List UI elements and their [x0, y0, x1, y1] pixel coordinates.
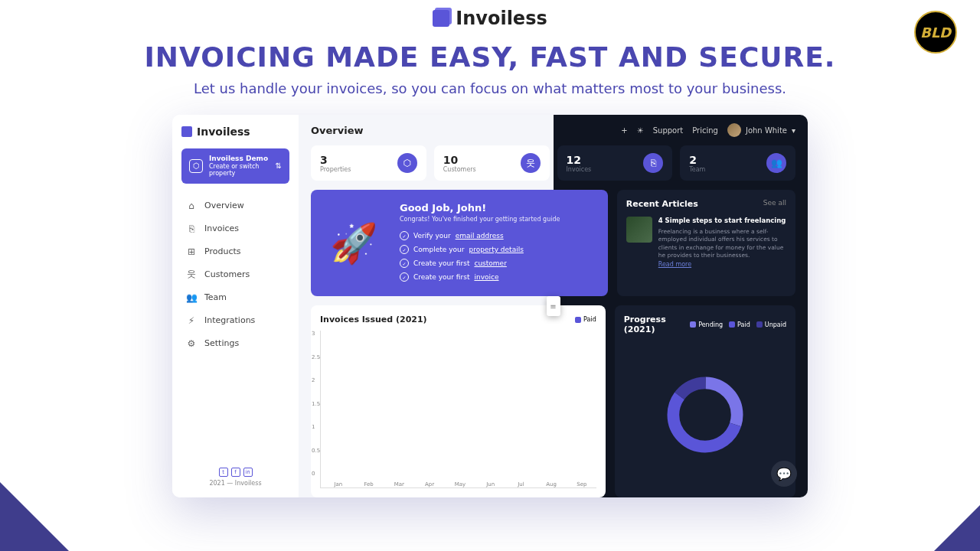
stat-card-invoices[interactable]: 12Invoices⎘	[557, 145, 673, 181]
stat-icon: 👥	[766, 153, 786, 173]
stat-card-team[interactable]: 2Team👥	[680, 145, 795, 181]
hero: Invoiless INVOICING MADE EASY, FAST AND …	[0, 0, 980, 96]
legend-swatch	[575, 317, 581, 323]
bar-col: Mar	[385, 480, 414, 487]
sidebar-item-settings[interactable]: ⚙Settings	[181, 332, 289, 355]
user-menu[interactable]: John White ▾	[727, 123, 795, 137]
welcome-title: Good Job, John!	[400, 202, 560, 214]
sidebar-item-products[interactable]: ⊞Products	[181, 240, 289, 263]
legend-label: Unpaid	[765, 321, 786, 328]
hero-subtitle: Let us handle your invoices, so you can …	[0, 80, 980, 96]
chevron-updown-icon: ⇅	[276, 161, 282, 170]
checklist-item[interactable]: Complete your property details	[400, 243, 560, 256]
sidebar-item-integrations[interactable]: ⚡Integrations	[181, 309, 289, 332]
stat-icon: ⎘	[643, 153, 663, 173]
bar-label: Jun	[486, 481, 495, 487]
chart-title: Progress (2021)	[624, 315, 690, 334]
stat-label: Properties	[320, 166, 351, 173]
article-thumbnail	[626, 217, 652, 243]
stat-icon: ⬡	[397, 153, 417, 173]
pricing-link[interactable]: Pricing	[692, 126, 718, 135]
bar-col: Sep	[567, 480, 596, 487]
integrations-icon: ⚡	[186, 315, 197, 326]
sidebar-logo: Invoiless	[181, 126, 289, 138]
bar-label: Aug	[546, 481, 557, 487]
checklist-item[interactable]: Create your first invoice	[400, 270, 560, 284]
linkedin-icon[interactable]: in	[243, 468, 253, 477]
read-more-link[interactable]: Read more	[658, 261, 691, 268]
users-icon: 웃	[186, 269, 197, 280]
stats-row: 3Properties⬡10Customers웃12Invoices⎘2Team…	[299, 145, 808, 190]
logo-text: Invoiless	[197, 126, 250, 138]
main-content: ≡ 💬 Overview + ☀ Support Pricing John Wh…	[299, 115, 808, 497]
bar-label: Jan	[334, 481, 342, 487]
topbar: Overview + ☀ Support Pricing John White …	[299, 115, 808, 145]
bar-label: Mar	[394, 481, 404, 487]
theme-split-handle[interactable]: ≡	[547, 296, 560, 316]
sidebar-item-label: Products	[204, 246, 241, 256]
donut-legend: PendingPaidUnpaid	[690, 321, 786, 328]
bar-col: Feb	[354, 480, 384, 487]
bar-col: Jul	[507, 480, 536, 487]
gear-icon: ⚙	[186, 338, 197, 349]
article-body: Freelancing is a business where a self-e…	[658, 228, 786, 260]
stat-value: 2	[689, 154, 705, 166]
sidebar-item-overview[interactable]: ⌂Overview	[181, 194, 289, 217]
sidebar-item-label: Customers	[204, 269, 250, 279]
sidebar-item-customers[interactable]: 웃Customers	[181, 263, 289, 286]
bar-col: Aug	[537, 480, 566, 487]
checklist-item[interactable]: Create your first customer	[400, 256, 560, 270]
stat-value: 10	[443, 154, 476, 166]
legend-label: Paid	[737, 321, 750, 328]
document-icon: ⎘	[186, 223, 197, 234]
logo-text: Invoiless	[456, 8, 547, 29]
stat-icon: 웃	[521, 153, 541, 173]
sidebar-item-label: Settings	[204, 338, 239, 348]
sidebar-item-invoices[interactable]: ⎘Invoices	[181, 217, 289, 240]
hero-logo: Invoiless	[0, 8, 980, 29]
sidebar-nav: ⌂Overview⎘Invoices⊞Products웃Customers👥Te…	[181, 194, 289, 355]
stat-label: Customers	[443, 166, 476, 173]
stat-label: Team	[689, 166, 705, 173]
legend-label: Paid	[583, 316, 596, 323]
stat-card-customers[interactable]: 10Customers웃	[434, 145, 550, 181]
bg-accent-right	[934, 505, 980, 551]
stat-value: 12	[567, 154, 592, 166]
article-item[interactable]: 4 Simple steps to start freelancing Free…	[626, 217, 786, 269]
legend-swatch	[729, 321, 735, 328]
bld-badge: BLD	[914, 11, 957, 54]
avatar	[727, 123, 741, 137]
sidebar-item-label: Invoices	[204, 223, 239, 233]
sidebar: Invoiless ⬡ Invoiless Demo Create or swi…	[172, 115, 299, 497]
bar-label: Sep	[577, 481, 586, 487]
see-all-link[interactable]: See all	[763, 199, 786, 209]
legend-label: Pending	[698, 321, 723, 328]
chat-bubble-icon[interactable]: 💬	[771, 461, 797, 487]
team-icon: 👥	[186, 292, 197, 303]
article-title: 4 Simple steps to start freelancing	[658, 217, 786, 226]
app-screenshot: Invoiless ⬡ Invoiless Demo Create or swi…	[172, 115, 808, 497]
grid-icon: ⊞	[186, 246, 197, 257]
invoices-chart-card: Invoices Issued (2021) Paid 32.521.510.5…	[311, 305, 606, 497]
checklist-item[interactable]: Verify your email address	[400, 229, 560, 243]
theme-toggle-icon[interactable]: ☀	[637, 126, 644, 135]
sidebar-item-label: Team	[204, 292, 227, 302]
sidebar-item-label: Integrations	[204, 315, 255, 325]
property-switcher[interactable]: ⬡ Invoiless Demo Create or switch proper…	[181, 148, 289, 184]
user-name: John White	[746, 126, 787, 135]
support-link[interactable]: Support	[653, 126, 684, 135]
twitter-icon[interactable]: t	[219, 468, 228, 477]
hero-title: INVOICING MADE EASY, FAST AND SECURE.	[0, 41, 980, 73]
add-button[interactable]: +	[621, 126, 627, 135]
switcher-title: Invoiless Demo	[209, 155, 270, 163]
chevron-down-icon: ▾	[792, 126, 795, 135]
sidebar-item-team[interactable]: 👥Team	[181, 286, 289, 309]
copyright: 2021 — Invoiless	[181, 480, 289, 487]
page-title: Overview	[311, 125, 364, 136]
svg-point-2	[673, 383, 737, 446]
articles-title: Recent Articles	[626, 199, 698, 209]
stat-card-properties[interactable]: 3Properties⬡	[311, 145, 426, 181]
facebook-icon[interactable]: f	[231, 468, 240, 477]
switcher-subtitle: Create or switch property	[209, 163, 270, 178]
welcome-card: 🚀 Good Job, John! Congrats! You've finis…	[311, 190, 608, 296]
